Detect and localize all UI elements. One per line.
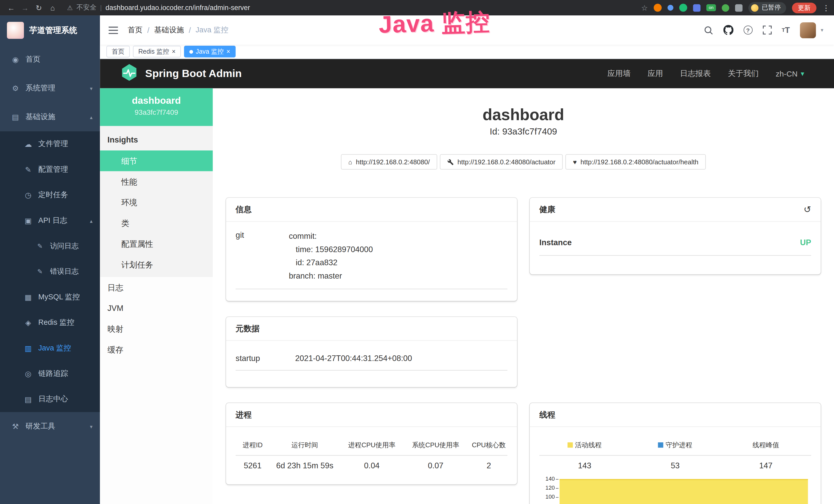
sba-nav-applications[interactable]: 应用 bbox=[648, 69, 663, 78]
forward-icon[interactable]: → bbox=[18, 3, 32, 12]
card-title: 信息 bbox=[236, 204, 251, 214]
help-icon[interactable]: ? bbox=[743, 25, 752, 35]
sidebar-item-redis-monitor[interactable]: ◈ Redis 监控 bbox=[0, 310, 100, 335]
browser-profile-button[interactable]: 已暂停 bbox=[748, 2, 786, 14]
app-logo-row[interactable]: 芋道管理系统 bbox=[0, 16, 100, 45]
chevron-down-icon[interactable]: ▾ bbox=[821, 27, 823, 33]
spring-boot-admin-logo-icon bbox=[120, 63, 139, 84]
sba-nav-wallboard[interactable]: 应用墙 bbox=[608, 69, 631, 78]
security-label: 不安全 bbox=[76, 3, 96, 12]
topbar-actions: ? TT ▾ bbox=[704, 22, 834, 38]
fullscreen-icon[interactable] bbox=[763, 25, 772, 35]
tab-redis-monitor[interactable]: Redis 监控 × bbox=[133, 46, 181, 58]
sba-item-jvm[interactable]: JVM bbox=[100, 298, 213, 319]
profile-label: 已暂停 bbox=[762, 3, 781, 12]
sba-navbar: Spring Boot Admin 应用墙 应用 日志报表 关于我们 zh-CN… bbox=[100, 59, 834, 88]
document-icon: ✎ bbox=[35, 243, 45, 250]
extension-icon[interactable] bbox=[679, 4, 687, 12]
sidebar-item-log-center[interactable]: ▤ 日志中心 bbox=[0, 386, 100, 412]
health-instance-row[interactable]: Instance UP bbox=[540, 238, 811, 256]
sba-item-config-props[interactable]: 配置属性 bbox=[100, 233, 213, 254]
tab-java-monitor[interactable]: Java 监控 × bbox=[184, 46, 236, 58]
sidebar-item-config-mgmt[interactable]: ✎ 配置管理 bbox=[0, 157, 100, 182]
health-url-button[interactable]: ♥ http://192.168.0.2:48080/actuator/heal… bbox=[566, 154, 706, 170]
tab-home[interactable]: 首页 bbox=[106, 46, 130, 58]
url-text: dashboard.yudao.iocoder.cn/infra/admin-s… bbox=[106, 4, 250, 12]
instance-id: 93a3fc7f7409 bbox=[100, 108, 213, 116]
browser-update-button[interactable]: 更新 bbox=[792, 2, 816, 13]
sba-item-performance[interactable]: 性能 bbox=[100, 171, 213, 192]
infrastructure-submenu: ☁ 文件管理 ✎ 配置管理 ◷ 定时任务 ▣ API 日志 ▴ ✎ bbox=[0, 131, 100, 412]
page: ← → ↻ ⌂ ⚠ 不安全 | dashboard.yudao.iocoder.… bbox=[0, 0, 834, 504]
sidebar-item-file-mgmt[interactable]: ☁ 文件管理 bbox=[0, 131, 100, 157]
extension-icon[interactable] bbox=[693, 4, 700, 12]
address-bar[interactable]: ⚠ 不安全 | dashboard.yudao.iocoder.cn/infra… bbox=[67, 3, 250, 12]
sba-item-mappings[interactable]: 映射 bbox=[100, 318, 213, 339]
sba-item-details[interactable]: 细节 bbox=[100, 151, 213, 171]
sidebar-item-access-logs[interactable]: ✎ 访问日志 bbox=[0, 233, 100, 259]
extensions-puzzle-icon[interactable] bbox=[735, 4, 743, 12]
database-icon: ▦ bbox=[23, 293, 33, 301]
process-table-values: 5261 6d 23h 15m 59s 0.04 0.07 2 bbox=[236, 456, 507, 470]
y-tick: 100 bbox=[540, 492, 559, 501]
sidebar-item-api-logs[interactable]: ▣ API 日志 ▴ bbox=[0, 208, 100, 233]
search-icon[interactable] bbox=[704, 25, 713, 35]
sba-locale-select[interactable]: zh-CN ▾ bbox=[776, 69, 804, 78]
extension-on-badge[interactable]: on bbox=[706, 4, 716, 11]
sba-item-environment[interactable]: 环境 bbox=[100, 192, 213, 213]
sba-item-scheduled-tasks[interactable]: 计划任务 bbox=[100, 254, 213, 275]
page-title: dashboard bbox=[213, 104, 834, 125]
sidebar-item-system-mgmt[interactable]: ⚙ 系统管理 ▾ bbox=[0, 74, 100, 103]
github-icon[interactable] bbox=[723, 25, 733, 35]
sidebar-item-label: 研发工具 bbox=[25, 421, 55, 431]
process-id-value: 5261 bbox=[236, 461, 270, 470]
sidebar-item-dev-tools[interactable]: ⚒ 研发工具 ▾ bbox=[0, 412, 100, 441]
user-avatar[interactable] bbox=[800, 22, 816, 38]
sidebar-item-home[interactable]: ◉ 首页 bbox=[0, 45, 100, 74]
extension-icon[interactable] bbox=[654, 4, 662, 12]
y-tick: 120 bbox=[540, 483, 559, 492]
browser-home-icon[interactable]: ⌂ bbox=[46, 3, 60, 12]
tab-bar: 首页 Redis 监控 × Java 监控 × bbox=[100, 45, 834, 59]
breadcrumb-item[interactable]: 基础设施 bbox=[154, 25, 184, 35]
actuator-url-button[interactable]: http://192.168.0.2:48080/actuator bbox=[440, 154, 563, 170]
sba-body: dashboard 93a3fc7f7409 Insights 细节 性能 环境… bbox=[100, 88, 834, 504]
card-title: 元数据 bbox=[236, 323, 259, 334]
bookmark-star-icon[interactable]: ☆ bbox=[641, 3, 648, 12]
sba-item-classes[interactable]: 类 bbox=[100, 212, 213, 233]
sba-nav-journal[interactable]: 日志报表 bbox=[680, 69, 711, 78]
close-icon[interactable]: × bbox=[226, 48, 231, 55]
browser-chrome: ← → ↻ ⌂ ⚠ 不安全 | dashboard.yudao.iocoder.… bbox=[0, 0, 834, 16]
extension-icon[interactable] bbox=[722, 4, 729, 12]
close-icon[interactable]: × bbox=[172, 48, 176, 55]
sidebar-item-scheduled-jobs[interactable]: ◷ 定时任务 bbox=[0, 182, 100, 208]
sba-item-caches[interactable]: 缓存 bbox=[100, 339, 213, 360]
breadcrumb-item[interactable]: 首页 bbox=[128, 25, 142, 35]
metadata-value: 2021-04-27T00:44:31.254+08:00 bbox=[295, 353, 412, 363]
sba-instance-header[interactable]: dashboard 93a3fc7f7409 bbox=[100, 88, 213, 126]
sba-nav-about[interactable]: 关于我们 bbox=[728, 69, 759, 78]
collapse-sidebar-icon[interactable] bbox=[108, 26, 118, 34]
breadcrumb: 首页 / 基础设施 / Java 监控 bbox=[128, 25, 228, 35]
metadata-key: startup bbox=[236, 353, 295, 363]
sba-item-logs[interactable]: 日志 bbox=[100, 277, 213, 298]
threads-chart-yaxis: 140 120 100 bbox=[540, 474, 559, 504]
sba-brand[interactable]: Spring Boot Admin bbox=[120, 63, 242, 84]
refresh-icon[interactable]: ↻ bbox=[32, 3, 46, 12]
back-icon[interactable]: ← bbox=[4, 3, 18, 12]
sidebar-item-error-logs[interactable]: ✎ 错误日志 bbox=[0, 259, 100, 284]
process-card: 进程 进程ID 运行时间 进程CPU使用率 系统CPU使用率 CPU核心数 52… bbox=[226, 403, 517, 484]
info-value: commit: time: 1596289704000 id: 27aa832 … bbox=[289, 229, 373, 282]
sidebar-item-mysql-monitor[interactable]: ▦ MySQL 监控 bbox=[0, 284, 100, 310]
sidebar-item-infrastructure[interactable]: ▤ 基础设施 ▴ bbox=[0, 103, 100, 132]
home-icon: ⌂ bbox=[348, 158, 352, 166]
sidebar-item-label: Redis 监控 bbox=[38, 318, 74, 327]
font-size-icon[interactable]: TT bbox=[782, 25, 790, 35]
extension-icon[interactable] bbox=[667, 5, 674, 11]
history-icon[interactable]: ↺ bbox=[804, 204, 811, 215]
sidebar-item-link-tracing[interactable]: ◎ 链路追踪 bbox=[0, 361, 100, 386]
sidebar-item-java-monitor[interactable]: ▥ Java 监控 bbox=[0, 336, 100, 361]
browser-menu-icon[interactable]: ⋮ bbox=[822, 3, 830, 12]
uptime-value: 6d 23h 15m 59s bbox=[270, 461, 340, 470]
service-url-button[interactable]: ⌂ http://192.168.0.2:48080/ bbox=[341, 154, 437, 170]
